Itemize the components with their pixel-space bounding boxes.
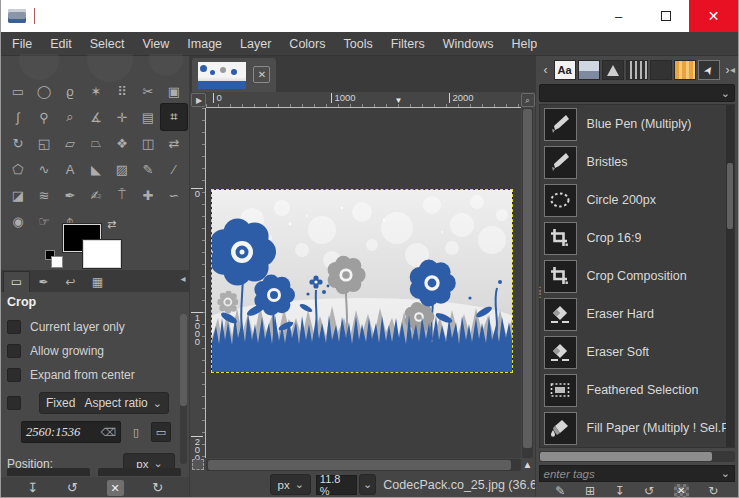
background-color-swatch[interactable] (83, 240, 121, 268)
position-spinboxes[interactable] (7, 468, 181, 476)
cage-transform-tool-icon[interactable]: ⬠ (5, 156, 31, 182)
collapse-arrow-icon[interactable]: ◂ (730, 64, 735, 75)
navigation-button[interactable]: ▲ (522, 459, 534, 471)
foreground-select-tool-icon[interactable]: ▣ (161, 78, 187, 104)
tab-buffers[interactable] (578, 60, 600, 80)
list-horizontal-scrollbar[interactable] (539, 451, 735, 462)
preset-item[interactable]: Eraser Soft (540, 333, 734, 371)
smudge-tool-icon[interactable]: ∽ (161, 182, 187, 208)
fuzzy-select-tool-icon[interactable]: ✶ (83, 78, 109, 104)
menu-filters[interactable]: Filters (382, 32, 434, 56)
restore-preset-button[interactable]: ↺ (644, 484, 654, 498)
measure-tool-icon[interactable]: ∡ (83, 104, 109, 130)
zoom-dropdown-button[interactable]: ⌄ (359, 474, 376, 495)
preset-item[interactable]: Fill Paper (Multiply ! Sel.Patte (540, 409, 734, 447)
shear-tool-icon[interactable]: ▱ (57, 130, 83, 156)
clone-tool-icon[interactable]: ⍑ (109, 182, 135, 208)
fixed-checkbox[interactable] (7, 396, 21, 410)
airbrush-tool-icon[interactable]: ≋ (31, 182, 57, 208)
ink-tool-icon[interactable]: ✒ (57, 182, 83, 208)
heal-tool-icon[interactable]: ✚ (135, 182, 161, 208)
vertical-ruler[interactable]: 010002000 (190, 108, 206, 458)
menu-colors[interactable]: Colors (280, 32, 334, 56)
tab-fonts[interactable]: Aa (554, 60, 576, 80)
paths-tool-icon[interactable]: ∫ (5, 104, 31, 130)
restore-preset-button[interactable]: ↺ (67, 480, 78, 495)
tab-undo-history[interactable]: ↩ (57, 271, 84, 292)
scissors-select-tool-icon[interactable]: ✂ (135, 78, 161, 104)
horizontal-ruler[interactable]: ▼ 010002000 (206, 92, 520, 108)
collapse-arrow-icon[interactable]: ◂ (180, 273, 185, 284)
move-tool-icon[interactable]: ✛ (109, 104, 135, 130)
titlebar[interactable]: – ✕ (1, 0, 738, 32)
preset-item[interactable]: Feathered Selection (540, 371, 734, 409)
unified-transform-tool-icon[interactable]: ❖ (109, 130, 135, 156)
panel-grip-handle[interactable]: ⋮⋮ (536, 288, 544, 296)
ellipse-select-tool-icon[interactable]: ◯ (31, 78, 57, 104)
preset-item[interactable]: Eraser Hard (540, 295, 734, 333)
bucket-fill-tool-icon[interactable]: ◣ (83, 156, 109, 182)
warp-transform-tool-icon[interactable]: ∿ (31, 156, 57, 182)
menu-edit[interactable]: Edit (41, 32, 81, 56)
menu-tools[interactable]: Tools (334, 32, 381, 56)
delete-preset-button[interactable]: ✕ (107, 480, 124, 496)
zoom-level-input[interactable]: 11.8 % (316, 475, 357, 495)
checkbox-2[interactable] (7, 368, 21, 382)
menu-help[interactable]: Help (502, 32, 546, 56)
unit-dropdown[interactable]: px ⌄ (270, 474, 310, 495)
aspect-ratio-input[interactable]: 2560:1536 ⌫ (21, 421, 121, 443)
delete-preset-button[interactable]: ✕ (674, 484, 689, 498)
menu-file[interactable]: File (3, 32, 41, 56)
preset-item[interactable]: Circle 200px (540, 181, 734, 219)
zoom-image-button[interactable]: ⌕ (521, 93, 535, 107)
tab-images[interactable]: ▦ (84, 271, 111, 292)
menu-windows[interactable]: Windows (434, 32, 503, 56)
scale-tool-icon[interactable]: ◱ (31, 130, 57, 156)
tab-tool-options[interactable]: ▭ (3, 271, 30, 292)
minimize-button[interactable]: – (595, 0, 642, 32)
edit-preset-button[interactable]: ✎ (555, 484, 565, 498)
default-colors-icon[interactable] (45, 250, 55, 260)
clear-input-icon[interactable]: ⌫ (100, 426, 116, 439)
rectangle-select-tool-icon[interactable]: ▭ (5, 78, 31, 104)
tab-device-status[interactable]: ✒ (30, 271, 57, 292)
fixed-aspect-dropdown[interactable]: Fixed Aspect ratio ⌄ (39, 392, 169, 414)
image-tab[interactable]: ✕ (192, 58, 276, 92)
canvas-viewport[interactable] (206, 108, 520, 458)
reset-options-button[interactable]: ↻ (152, 480, 163, 495)
mypaint-brush-tool-icon[interactable]: ✍ (83, 182, 109, 208)
preset-item[interactable]: Crop 16:9 (540, 219, 734, 257)
align-tool-icon[interactable]: ▤ (135, 104, 161, 130)
swap-colors-icon[interactable]: ⇄ (107, 218, 116, 231)
quick-mask-toggle[interactable] (192, 459, 204, 470)
blur-sharpen-tool-icon[interactable]: ◉ (5, 208, 31, 234)
maximize-button[interactable] (642, 0, 689, 32)
preset-item[interactable]: Crop Composition (540, 257, 734, 295)
list-scrollbar[interactable] (726, 105, 734, 447)
portrait-orientation-button[interactable]: ▯ (126, 422, 146, 442)
3d-transform-tool-icon[interactable]: ◫ (135, 130, 161, 156)
tags-input[interactable]: enter tags ⌄ (539, 465, 735, 482)
menu-view[interactable]: View (133, 32, 178, 56)
vertical-scrollbar[interactable] (522, 108, 533, 458)
gradient-tool-icon[interactable]: ▨ (109, 156, 135, 182)
paintbrush-tool-icon[interactable]: ∕ (161, 156, 187, 182)
duplicate-preset-button[interactable]: ↧ (614, 484, 624, 498)
crop-tool-icon[interactable]: ⌗ (161, 104, 187, 130)
menu-layer[interactable]: Layer (231, 32, 280, 56)
horizontal-scrollbar[interactable] (206, 459, 520, 471)
select-by-color-tool-icon[interactable]: ⠿ (109, 78, 135, 104)
menu-image[interactable]: Image (178, 32, 231, 56)
eraser-tool-icon[interactable]: ◪ (5, 182, 31, 208)
canvas-menu-button[interactable]: ▶ (191, 93, 206, 107)
rotate-tool-icon[interactable]: ↻ (5, 130, 31, 156)
menu-select[interactable]: Select (81, 32, 134, 56)
save-preset-button[interactable]: ↧ (27, 480, 38, 495)
refresh-presets-button[interactable]: ↻ (708, 484, 718, 498)
tab-tool-presets[interactable]: ➤ (698, 60, 720, 80)
close-button[interactable]: ✕ (689, 0, 738, 32)
tab-brushes[interactable] (650, 60, 672, 80)
new-preset-button[interactable]: ⊞ (585, 484, 595, 498)
color-picker-tool-icon[interactable]: ⚲ (31, 104, 57, 130)
landscape-orientation-button[interactable]: ▭ (151, 422, 171, 442)
